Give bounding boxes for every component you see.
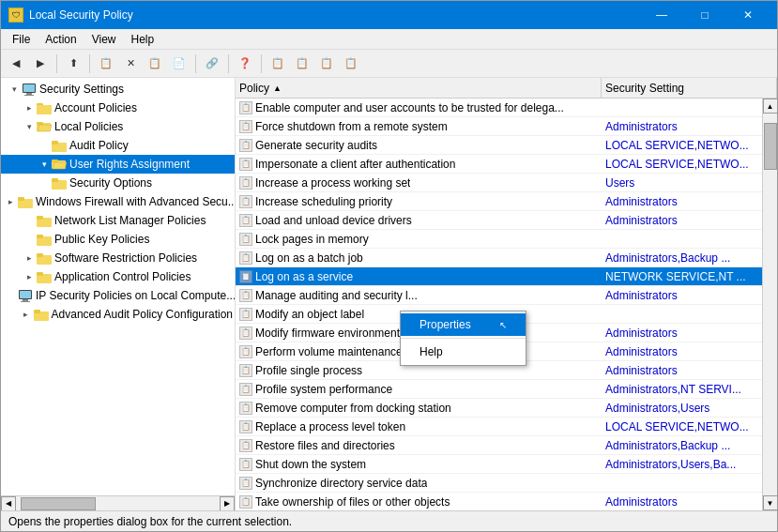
svg-rect-29 (20, 291, 31, 298)
table-row[interactable]: 📋 Remove computer from docking station A… (236, 399, 762, 418)
context-menu-help[interactable]: Help (401, 341, 526, 363)
help-button[interactable]: ❓ (234, 53, 256, 75)
tree-item-account-policies[interactable]: ▸ Account Policies (1, 99, 235, 117)
menu-view[interactable]: View (84, 31, 124, 48)
tree-item-user-rights[interactable]: ▾ User Rights Assignment (1, 155, 235, 174)
view3-button[interactable]: 📋 (315, 53, 338, 75)
svg-rect-33 (34, 310, 40, 313)
left-scroll-right-btn[interactable]: ▶ (220, 496, 235, 511)
expand-app-control[interactable]: ▸ (22, 269, 37, 284)
menu-action[interactable]: Action (38, 31, 84, 48)
table-row[interactable]: 📋 Lock pages in memory (236, 230, 762, 249)
delete-button[interactable]: ✕ (119, 53, 142, 75)
export-button[interactable]: 🔗 (201, 53, 223, 75)
menu-file[interactable]: File (5, 31, 38, 48)
table-row[interactable]: 📋 Log on as a batch job Administrators,B… (236, 249, 762, 267)
maximize-button[interactable]: □ (683, 1, 726, 29)
context-menu-properties[interactable]: Properties ↖ (401, 313, 526, 336)
policy-table[interactable]: 📋 Enable computer and user accounts to b… (236, 99, 762, 510)
expand-advanced-audit[interactable]: ▸ (19, 307, 34, 322)
table-row[interactable]: 📋 Manage auditing and security l... Admi… (236, 286, 762, 305)
show-hide-button[interactable]: 📋 (95, 53, 117, 75)
view-button[interactable]: 📋 (267, 53, 289, 75)
table-row[interactable]: 📋 Restore files and directories Administ… (236, 436, 762, 455)
tree-label-software-restriction: Software Restriction Policies (54, 251, 197, 265)
expand-windows-firewall[interactable]: ▸ (3, 194, 18, 209)
tree-item-local-policies[interactable]: ▾ Local Policies (1, 117, 235, 136)
forward-button[interactable]: ▶ (29, 53, 52, 75)
table-row[interactable]: 📋 Force shutdown from a remote system Ad… (236, 117, 762, 136)
svg-rect-1 (23, 84, 35, 92)
close-button[interactable]: ✕ (726, 1, 770, 29)
tree-item-public-key[interactable]: ▸ Public Key Policies (1, 230, 235, 249)
table-row-selected[interactable]: 📋 Log on as a service NETWORK SERVICE,NT… (236, 267, 762, 286)
table-row[interactable]: 📋 Profile system performance Administrat… (236, 380, 762, 399)
properties-button[interactable]: 📋 (144, 53, 166, 75)
scroll-thumb[interactable] (764, 123, 777, 170)
table-row[interactable]: 📋 Load and unload device drivers Adminis… (236, 211, 762, 230)
setting-cell: Administrators (602, 289, 762, 302)
tree-label-user-rights: User Rights Assignment (69, 158, 190, 171)
expand-audit-policy[interactable]: ▸ (37, 138, 52, 153)
table-row[interactable]: 📋 Impersonate a client after authenticat… (236, 155, 762, 174)
policy-icon: 📋 (239, 345, 252, 358)
tree-item-software-restriction[interactable]: ▸ Software Restriction Policies (1, 249, 235, 267)
scroll-up-btn[interactable]: ▲ (763, 99, 778, 114)
left-horiz-scrollbar[interactable]: ◀ ▶ (1, 495, 235, 510)
tree-item-audit-policy[interactable]: ▸ Audit Policy (1, 136, 235, 155)
tree-view[interactable]: ▾ Security Settings ▸ (1, 78, 235, 495)
expand-local-policies[interactable]: ▾ (22, 119, 37, 134)
app-icon: 🛡 (8, 8, 23, 23)
table-row[interactable]: 📋 Increase scheduling priority Administr… (236, 192, 762, 211)
view4-button[interactable]: 📋 (340, 53, 362, 75)
scroll-down-btn[interactable]: ▼ (763, 495, 778, 510)
table-row[interactable]: 📋 Enable computer and user accounts to b… (236, 99, 762, 117)
up-button[interactable]: ⬆ (62, 53, 84, 75)
tree-item-app-control[interactable]: ▸ Application Control Policies (1, 267, 235, 286)
new-button[interactable]: 📄 (168, 53, 191, 75)
expand-public-key[interactable]: ▸ (22, 232, 37, 247)
policy-text: Synchronize directory service data (255, 477, 427, 490)
tree-item-ip-security[interactable]: ▸ IP Security Policies on Local Compute.… (1, 286, 235, 305)
table-row[interactable]: 📋 Take ownership of files or other objec… (236, 493, 762, 510)
tree-label-advanced-audit: Advanced Audit Policy Configuration (52, 308, 233, 321)
policy-text: Log on as a batch job (255, 251, 363, 265)
left-scroll-thumb[interactable] (21, 497, 96, 510)
policy-column-header[interactable]: Policy ▲ (236, 78, 602, 98)
expand-ip-security[interactable]: ▸ (3, 288, 18, 303)
expand-security-options[interactable]: ▸ (37, 175, 52, 190)
view2-button[interactable]: 📋 (291, 53, 313, 75)
left-scroll-left-btn[interactable]: ◀ (1, 496, 16, 511)
tree-item-security-settings[interactable]: ▾ Security Settings (1, 80, 235, 99)
policy-icon: 📋 (239, 383, 252, 396)
expand-user-rights[interactable]: ▾ (37, 157, 52, 172)
tree-item-network-list[interactable]: ▸ Network List Manager Policies (1, 211, 235, 230)
expand-account-policies[interactable]: ▸ (22, 100, 37, 115)
right-vert-scrollbar[interactable]: ▲ ▼ (762, 99, 777, 510)
tree-item-advanced-audit[interactable]: ▸ Advanced Audit Policy Configuration (1, 305, 235, 324)
monitor-icon-ip (18, 288, 33, 303)
table-row[interactable]: 📋 Replace a process level token LOCAL SE… (236, 418, 762, 436)
tree-label-audit-policy: Audit Policy (69, 139, 129, 152)
setting-column-header[interactable]: Security Setting (602, 78, 777, 98)
left-scroll-track[interactable] (16, 496, 220, 511)
sort-arrow: ▲ (273, 84, 282, 93)
policy-text: Load and unload device drivers (255, 214, 412, 227)
back-button[interactable]: ◀ (5, 53, 27, 75)
policy-text: Increase a process working set (255, 176, 410, 190)
tree-item-security-options[interactable]: ▸ Security Options (1, 174, 235, 192)
table-row[interactable]: 📋 Generate security audits LOCAL SERVICE… (236, 136, 762, 155)
table-row[interactable]: 📋 Synchronize directory service data (236, 474, 762, 493)
expand-software-restriction[interactable]: ▸ (22, 251, 37, 266)
policy-cell: 📋 Increase a process working set (236, 176, 602, 190)
setting-cell: Administrators (602, 327, 762, 340)
table-row[interactable]: 📋 Shut down the system Administrators,Us… (236, 455, 762, 474)
cursor-indicator: ↖ (499, 320, 507, 330)
table-row[interactable]: 📋 Increase a process working set Users (236, 174, 762, 192)
expand-security-settings[interactable]: ▾ (7, 82, 22, 97)
menu-help[interactable]: Help (124, 31, 162, 48)
scroll-track[interactable] (763, 114, 778, 495)
minimize-button[interactable]: — (640, 1, 683, 29)
tree-item-windows-firewall[interactable]: ▸ Windows Firewall with Advanced Secu... (1, 192, 235, 211)
expand-network-list[interactable]: ▸ (22, 213, 37, 228)
